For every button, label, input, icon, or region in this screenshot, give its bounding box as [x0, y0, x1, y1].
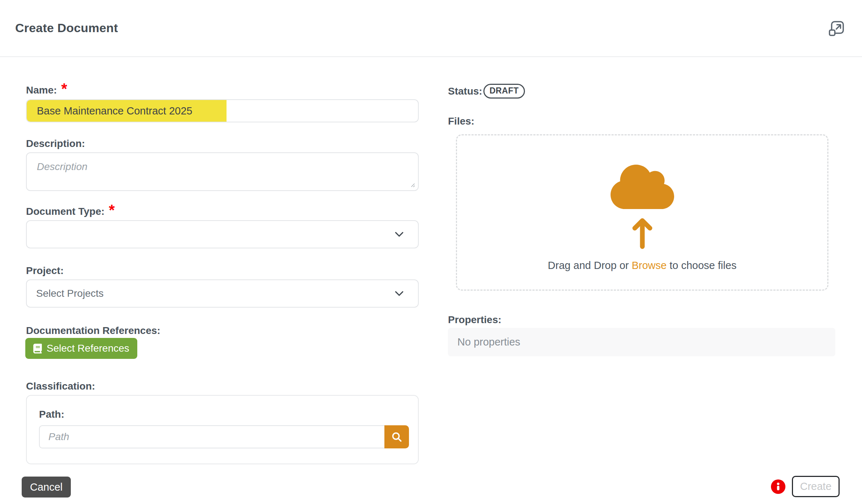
cancel-button[interactable]: Cancel — [22, 477, 71, 498]
search-icon — [391, 431, 403, 443]
create-button[interactable]: Create — [792, 476, 840, 497]
status-badge: DRAFT — [483, 84, 525, 99]
cloud-upload-icon — [611, 161, 674, 212]
dialog-header: Create Document — [0, 0, 862, 57]
arrow-up-icon — [632, 216, 653, 249]
classification-box: Path: — [26, 395, 419, 464]
document-type-label-row: Document Type: * — [26, 205, 115, 218]
chevron-down-icon — [393, 287, 406, 300]
status-row: Status: DRAFT — [448, 84, 525, 99]
description-textarea[interactable] — [26, 152, 419, 191]
select-references-button[interactable]: Select References — [25, 338, 137, 359]
document-type-label: Document Type: — [26, 205, 104, 218]
project-select-value: Select Projects — [36, 288, 104, 299]
document-type-select[interactable] — [26, 220, 419, 248]
dropzone-instructions: Drag and Drop or Browse to choose files — [548, 260, 736, 271]
required-asterisk: * — [109, 208, 115, 212]
name-value-highlight: Base Maintenance Contract 2025 — [27, 100, 227, 122]
path-search-button[interactable] — [384, 425, 409, 448]
files-label: Files: — [448, 115, 474, 128]
status-label: Status: — [448, 85, 482, 98]
info-icon — [771, 479, 785, 494]
select-references-label: Select References — [47, 343, 129, 354]
validation-info-indicator[interactable] — [771, 479, 785, 494]
name-label-row: Name: * — [26, 84, 67, 97]
drag-text-prefix: Drag and Drop or — [548, 260, 632, 271]
file-dropzone[interactable]: Drag and Drop or Browse to choose files — [456, 134, 828, 291]
path-label: Path: — [39, 408, 406, 421]
project-label: Project: — [26, 264, 64, 277]
chevron-down-icon — [393, 228, 406, 241]
expand-dialog-button[interactable] — [828, 19, 845, 37]
drag-text-suffix: to choose files — [667, 260, 736, 271]
path-input[interactable] — [39, 425, 384, 448]
properties-label: Properties: — [448, 313, 501, 326]
dialog-title: Create Document — [15, 21, 118, 35]
browse-link[interactable]: Browse — [632, 260, 667, 271]
create-document-dialog: { "header": { "title": "Create Document"… — [0, 0, 862, 504]
required-asterisk: * — [61, 87, 67, 91]
name-input[interactable]: Base Maintenance Contract 2025 — [26, 99, 419, 122]
expand-icon — [828, 19, 845, 37]
description-field-wrap — [26, 152, 419, 191]
name-label: Name: — [26, 84, 57, 97]
project-select[interactable]: Select Projects — [26, 279, 419, 308]
properties-empty-box: No properties — [448, 328, 835, 356]
path-input-row — [39, 425, 409, 448]
classification-label: Classification: — [26, 380, 95, 393]
documentation-references-label: Documentation References: — [26, 324, 160, 337]
description-label: Description: — [26, 137, 85, 150]
book-icon — [33, 344, 42, 353]
properties-empty-message: No properties — [457, 336, 520, 348]
